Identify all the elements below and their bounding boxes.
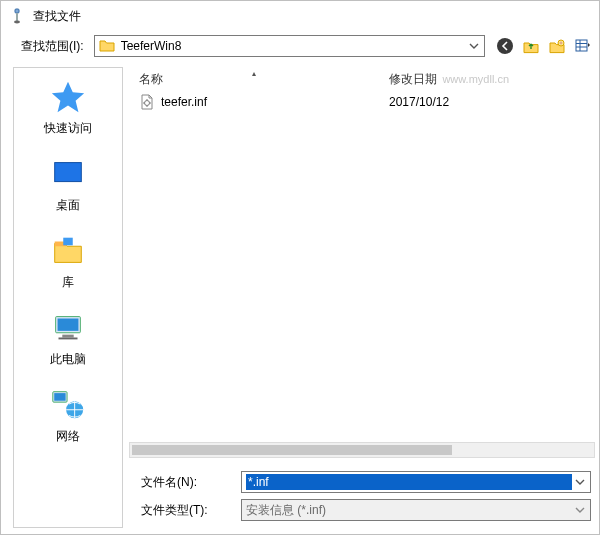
svg-point-3 <box>497 38 513 54</box>
sidebar-item-network[interactable]: 网络 <box>14 382 122 449</box>
svg-rect-0 <box>15 9 19 13</box>
new-folder-button[interactable] <box>547 36 567 56</box>
folder-icon <box>99 38 115 54</box>
sidebar-item-label: 库 <box>62 274 74 291</box>
sidebar-item-label: 网络 <box>56 428 80 445</box>
back-button[interactable] <box>495 36 515 56</box>
view-menu-button[interactable] <box>573 36 593 56</box>
bottom-form: 文件名(N): *.inf 文件类型(T): 安装信息 (*.inf) <box>129 458 599 528</box>
svg-rect-12 <box>63 238 73 246</box>
lookin-combo[interactable]: TeeferWin8 <box>94 35 485 57</box>
filetype-combo[interactable]: 安装信息 (*.inf) <box>241 499 591 521</box>
sidebar-item-thispc[interactable]: 此电脑 <box>14 305 122 372</box>
scrollbar-thumb[interactable] <box>132 445 452 455</box>
file-rows: teefer.inf 2017/10/12 <box>129 91 599 113</box>
find-file-dialog: 查找文件 查找范围(I): TeeferWin8 <box>0 0 600 535</box>
inf-file-icon <box>139 94 155 110</box>
svg-rect-15 <box>62 335 73 338</box>
app-icon <box>9 8 25 24</box>
file-list[interactable]: www.mydll.cn 名称 ▴ 修改日期 <box>129 67 599 442</box>
titlebar: 查找文件 <box>1 1 599 31</box>
filename-value: *.inf <box>246 474 572 490</box>
sidebar-item-desktop[interactable]: 桌面 <box>14 151 122 218</box>
chevron-down-icon[interactable] <box>572 505 588 515</box>
file-name: teefer.inf <box>161 95 207 109</box>
chevron-down-icon[interactable] <box>572 477 588 487</box>
svg-rect-5 <box>576 40 587 51</box>
lookin-bar: 查找范围(I): TeeferWin8 <box>1 31 599 61</box>
filetype-value: 安装信息 (*.inf) <box>246 502 572 519</box>
sidebar-item-quickaccess[interactable]: 快速访问 <box>14 74 122 141</box>
file-modified: 2017/10/12 <box>379 95 599 109</box>
filename-label: 文件名(N): <box>141 474 233 491</box>
svg-rect-16 <box>59 338 78 340</box>
main-area: www.mydll.cn 名称 ▴ 修改日期 <box>129 67 599 528</box>
filetype-label: 文件类型(T): <box>141 502 233 519</box>
lookin-value: TeeferWin8 <box>121 39 460 53</box>
filename-input[interactable]: *.inf <box>241 471 591 493</box>
sidebar-item-label: 快速访问 <box>44 120 92 137</box>
column-headers: 名称 ▴ 修改日期 <box>129 67 599 91</box>
svg-rect-18 <box>54 393 65 401</box>
column-header-modified[interactable]: 修改日期 <box>379 71 599 88</box>
svg-rect-14 <box>58 319 79 331</box>
sort-indicator-icon: ▴ <box>252 69 256 78</box>
sidebar-item-libraries[interactable]: 库 <box>14 228 122 295</box>
column-header-name[interactable]: 名称 ▴ <box>129 71 379 88</box>
sidebar-item-label: 此电脑 <box>50 351 86 368</box>
chevron-down-icon <box>466 41 482 51</box>
svg-point-2 <box>14 21 20 24</box>
places-sidebar: 快速访问 桌面 库 此电脑 网络 <box>13 67 123 528</box>
sidebar-item-label: 桌面 <box>56 197 80 214</box>
svg-rect-9 <box>55 163 82 182</box>
nav-icons <box>491 36 593 56</box>
title-text: 查找文件 <box>33 8 81 25</box>
lookin-label: 查找范围(I): <box>21 38 84 55</box>
table-row[interactable]: teefer.inf 2017/10/12 <box>129 91 599 113</box>
horizontal-scrollbar[interactable] <box>129 442 595 458</box>
up-one-level-button[interactable] <box>521 36 541 56</box>
dialog-body: 快速访问 桌面 库 此电脑 网络 www.mydll.cn <box>1 61 599 534</box>
